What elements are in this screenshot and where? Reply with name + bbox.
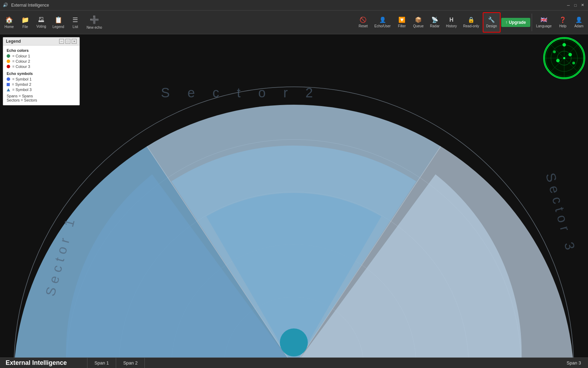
legend-minimize-btn[interactable]: ─ [59,39,64,44]
language-icon: 🇬🇧 [540,16,547,23]
toolbar-design[interactable]: 🔧 Design [483,12,501,33]
status-span1: Span 1 [87,358,116,368]
toolbar-language[interactable]: 🇬🇧 Language [533,12,555,33]
upgrade-label: Upgrade [509,20,526,25]
legend-spans: Spans = Spans Sectors = Sectors [7,94,76,102]
status-span2: Span 2 [116,358,145,368]
toolbar-queue[interactable]: 📦 Queue [410,12,426,33]
title-bar-text: External Intelligence [11,3,563,8]
symbol1-label: = Symbol 1 [12,77,31,81]
maximize-button[interactable]: □ [573,2,578,8]
title-bar: 🔊 External Intelligence ─ □ ✕ [0,0,588,11]
toolbar-reset-label: Reset [359,24,368,28]
legend-symbol-3: = Symbol 3 [7,88,76,92]
symbol3-label: = Symbol 3 [12,88,31,92]
legend-body: Echo colors = Colour 1 = Colour 2 = Colo… [3,46,79,105]
reset-icon: 🚫 [360,16,367,23]
svg-text:S e c t o r   2: S e c t o r 2 [161,85,320,100]
toolbar-user[interactable]: 👤 Adam [571,12,587,33]
legend-color-1: = Colour 1 [7,54,76,58]
symbol3-icon [7,88,10,91]
legend-color-3: = Colour 3 [7,64,76,69]
toolbar-separator [532,14,532,31]
svg-point-18 [556,59,560,62]
toolbar-right: 🚫 Reset 👤 Echo/User 🔽 Filter 📦 Queue 📡 R… [355,12,587,33]
voting-icon: 🗳 [38,16,44,23]
radar-visualization[interactable]: Sector 1 S e c t o r 2 Sector 3 [0,34,588,357]
radar-icon: 📡 [431,16,438,23]
toolbar-help[interactable]: ❓ Help [555,12,571,33]
toolbar-design-label: Design [486,24,497,28]
user-icon: 👤 [575,16,582,23]
toolbar-read-only-label: Read-only [463,24,479,28]
svg-point-21 [563,57,565,59]
main-content: Sector 1 S e c t o r 2 Sector 3 Legend ─… [0,34,588,357]
history-icon: H [449,17,454,23]
legend-title: Legend [6,39,21,44]
home-icon: 🏠 [5,16,13,24]
toolbar-list[interactable]: ☰ List [68,12,83,33]
toolbar-radar-label: Radar [430,24,439,28]
colour1-label: = Colour 1 [12,54,30,58]
app-icon: 🔊 [3,2,8,8]
colour1-dot [7,54,10,58]
legend-panel: Legend ─ □ ✕ Echo colors = Colour 1 = Co… [3,37,80,105]
toolbar-legend-label: Legend [52,25,64,29]
colour3-label: = Colour 3 [12,64,30,69]
echo-user-icon: 👤 [379,16,386,23]
minimize-button[interactable]: ─ [566,2,571,8]
toolbar-history-label: History [446,24,457,28]
new-echo-icon: ➕ [90,15,99,25]
toolbar-new-echo[interactable]: ➕ New echo [84,12,105,33]
legend-color-2: = Colour 2 [7,59,76,63]
colour2-dot [7,60,10,63]
legend-symbol-1: = Symbol 1 [7,77,76,81]
toolbar-voting-label: Voting [36,25,46,28]
status-bar: External Intelligence Span 1 Span 2 Span… [0,357,588,368]
toolbar-legend[interactable]: 📋 Legend [50,12,67,33]
read-only-icon: 🔒 [468,16,475,23]
toolbar-file-label: File [22,25,28,29]
toolbar-voting[interactable]: 🗳 Voting [34,12,49,33]
design-icon: 🔧 [488,16,495,23]
legend-restore-btn[interactable]: □ [65,39,70,44]
echo-colors-title: Echo colors [7,48,76,53]
mini-radar[interactable] [543,37,585,79]
toolbar-echo-user-label: Echo/User [374,24,391,28]
legend-close-btn[interactable]: ✕ [72,39,77,44]
toolbar-language-label: Language [536,24,552,28]
toolbar-list-label: List [73,25,78,29]
help-icon: ❓ [559,16,566,23]
sectors-text: Sectors = Sectors [7,98,76,102]
toolbar-read-only[interactable]: 🔒 Read-only [460,12,482,33]
toolbar: 🏠 Home 📁 File 🗳 Voting 📋 Legend ☰ List ➕… [0,11,588,34]
symbol2-label: = Symbol 2 [12,82,31,86]
toolbar-history[interactable]: H History [443,12,460,33]
file-icon: 📁 [21,16,29,24]
list-icon: ☰ [72,16,78,24]
svg-point-17 [568,53,572,56]
svg-point-4 [280,328,308,356]
toolbar-reset[interactable]: 🚫 Reset [355,12,371,33]
toolbar-filter-label: Filter [398,24,406,28]
upgrade-button[interactable]: ↑ Upgrade [501,18,530,27]
upgrade-icon: ↑ [505,20,508,25]
legend-controls: ─ □ ✕ [59,39,77,44]
filter-icon: 🔽 [398,16,405,23]
legend-header: Legend ─ □ ✕ [3,37,79,46]
legend-icon: 📋 [55,16,62,24]
toolbar-radar[interactable]: 📡 Radar [427,12,442,33]
toolbar-home[interactable]: 🏠 Home [1,12,17,33]
toolbar-echo-user[interactable]: 👤 Echo/User [371,12,394,33]
svg-point-20 [553,50,556,53]
symbol1-icon [7,77,10,81]
echo-symbols-title: Echo symbols [7,71,76,76]
colour2-label: = Colour 2 [12,59,30,63]
svg-point-19 [572,62,575,64]
toolbar-queue-label: Queue [413,24,424,28]
queue-icon: 📦 [415,16,422,23]
close-button[interactable]: ✕ [580,2,585,8]
toolbar-file[interactable]: 📁 File [17,12,33,33]
toolbar-new-echo-label: New echo [86,26,102,29]
toolbar-filter[interactable]: 🔽 Filter [394,12,410,33]
